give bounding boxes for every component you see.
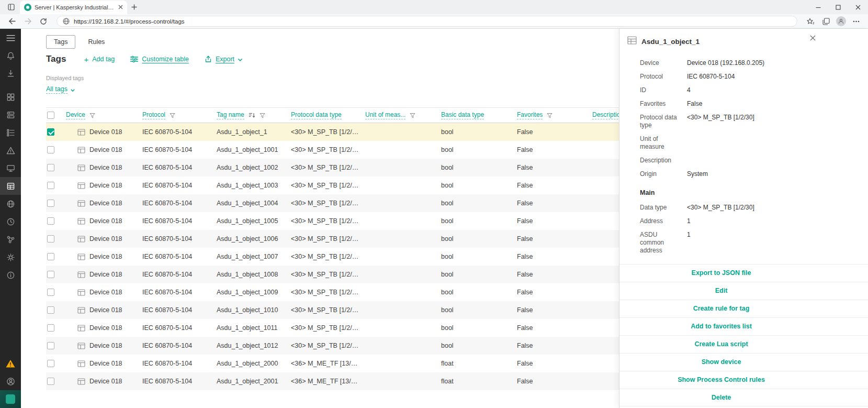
favorites-cell: False [513, 253, 588, 260]
field-value: 1 [687, 217, 691, 225]
page-title: Tags [46, 54, 66, 64]
device-cell: Device 018 [62, 324, 138, 332]
browser-tab[interactable]: Server | Kaspersky Industrial Cyb... [20, 1, 127, 14]
filter-icon[interactable] [547, 113, 553, 118]
row-checkbox[interactable] [47, 342, 54, 349]
row-checkbox[interactable] [47, 253, 54, 260]
forward-icon[interactable] [22, 16, 33, 27]
window-minimize-button[interactable] [808, 0, 828, 14]
column-basic-data-type[interactable]: Basic data type [441, 111, 484, 119]
protocol-data-type-cell: <30> M_SP_TB [1/2/30] [287, 146, 361, 153]
tab-tags[interactable]: Tags [46, 35, 75, 49]
row-checkbox[interactable] [47, 146, 54, 153]
collections-icon[interactable] [820, 16, 832, 27]
row-checkbox[interactable] [47, 324, 54, 332]
add-tag-button[interactable]: + Add tag [84, 56, 115, 63]
action-create-lua-script-button[interactable]: Create Lua script [619, 335, 868, 353]
column-protocol-data-type[interactable]: Protocol data type [291, 111, 342, 119]
export-button[interactable]: Export [205, 56, 242, 63]
row-checkbox[interactable] [47, 378, 54, 385]
tab-close-icon[interactable] [118, 5, 123, 9]
action-create-rule-for-tag-button[interactable]: Create rule for tag [619, 300, 868, 317]
column-tag-name[interactable]: Tag name [217, 111, 244, 119]
sidebar-item-network[interactable] [0, 195, 21, 213]
row-checkbox[interactable] [47, 182, 54, 189]
filter-icon[interactable] [170, 113, 175, 118]
basic-data-type-cell: bool [437, 289, 513, 296]
workspaces-icon[interactable] [4, 0, 18, 14]
back-icon[interactable] [6, 16, 18, 27]
row-checkbox[interactable] [47, 235, 54, 242]
field-value: System [687, 170, 708, 178]
sidebar-item-dashboard[interactable] [0, 88, 21, 106]
favorites-cell: False [513, 217, 588, 225]
row-checkbox[interactable] [47, 360, 54, 367]
filter-icon[interactable] [410, 113, 415, 118]
favorites-cell: False [513, 360, 588, 367]
panel-close-icon[interactable] [810, 35, 816, 41]
sidebar-item-notifications[interactable] [0, 47, 21, 64]
sidebar-item-connections[interactable] [0, 230, 21, 248]
sort-icon[interactable] [249, 112, 255, 118]
alert-warning-icon [6, 359, 15, 368]
row-checkbox[interactable] [47, 271, 54, 278]
sidebar-item-downloads[interactable] [0, 64, 21, 82]
info-icon [6, 271, 15, 280]
sidebar-item-about[interactable] [0, 266, 21, 284]
browser-menu-icon[interactable] [850, 16, 862, 27]
kaspersky-logo[interactable] [0, 390, 21, 408]
bell-icon [6, 51, 15, 60]
column-device[interactable]: Device [66, 111, 85, 119]
sidebar-item-monitoring[interactable] [0, 159, 21, 177]
sidebar-item-menu[interactable] [0, 29, 21, 47]
action-add-to-favorites-list-button[interactable]: Add to favorites list [619, 317, 868, 335]
action-show-device-button[interactable]: Show device [619, 353, 868, 371]
filter-icon[interactable] [260, 113, 265, 118]
column-unit-of-measure[interactable]: Unit of meas... [365, 111, 405, 119]
site-info-icon[interactable] [63, 18, 70, 25]
select-all-checkbox[interactable] [47, 112, 54, 119]
row-checkbox[interactable] [47, 128, 54, 136]
url-input[interactable]: https://192.168.2.1/#/process-control/ta… [57, 16, 797, 27]
row-checkbox[interactable] [47, 200, 54, 207]
sidebar-item-process-control[interactable] [0, 124, 21, 141]
customize-table-button[interactable]: Customize table [130, 56, 189, 63]
tag-name-cell: Asdu_1_object_2000 [212, 360, 287, 367]
tag-name-cell: Asdu_1_object_1003 [212, 182, 287, 189]
action-show-process-control-rules-button[interactable]: Show Process Control rules [619, 371, 868, 389]
profile-avatar[interactable] [836, 16, 846, 26]
sidebar-warning[interactable] [0, 355, 21, 372]
sidebar-item-settings[interactable] [0, 248, 21, 266]
window-maximize-button[interactable] [828, 0, 848, 14]
field-label: Protocol [640, 73, 687, 81]
action-delete-button[interactable]: Delete [619, 389, 868, 406]
sidebar-item-assets[interactable] [0, 106, 21, 124]
window-close-button[interactable] [848, 0, 868, 14]
protocol-data-type-cell: <30> M_SP_TB [1/2/30] [287, 253, 361, 260]
sidebar-item-events[interactable] [0, 141, 21, 159]
window-controls [808, 0, 868, 14]
row-checkbox[interactable] [47, 164, 54, 171]
row-checkbox[interactable] [47, 289, 54, 296]
sidebar-account[interactable] [0, 372, 21, 390]
plus-icon: + [84, 56, 88, 63]
row-checkbox[interactable] [47, 217, 54, 225]
device-cell: Device 018 [62, 360, 138, 367]
device-cell: Device 018 [62, 253, 138, 260]
sidebar-item-audit[interactable] [0, 213, 21, 230]
column-favorites[interactable]: Favorites [517, 111, 543, 119]
refresh-icon[interactable] [38, 16, 49, 27]
favorites-icon[interactable] [805, 16, 816, 27]
filter-icon[interactable] [89, 113, 95, 118]
device-icon [77, 360, 85, 367]
tab-rules[interactable]: Rules [81, 36, 112, 48]
action-edit-button[interactable]: Edit [619, 282, 868, 300]
column-protocol[interactable]: Protocol [142, 111, 165, 119]
action-export-to-json-file-button[interactable]: Export to JSON file [619, 264, 868, 282]
all-tags-dropdown[interactable]: All tags [46, 85, 75, 94]
row-checkbox[interactable] [47, 306, 54, 314]
new-tab-button[interactable] [127, 1, 141, 14]
basic-data-type-cell: bool [437, 342, 513, 349]
sidebar-item-tags[interactable] [0, 177, 21, 195]
device-cell: Device 018 [62, 164, 138, 171]
